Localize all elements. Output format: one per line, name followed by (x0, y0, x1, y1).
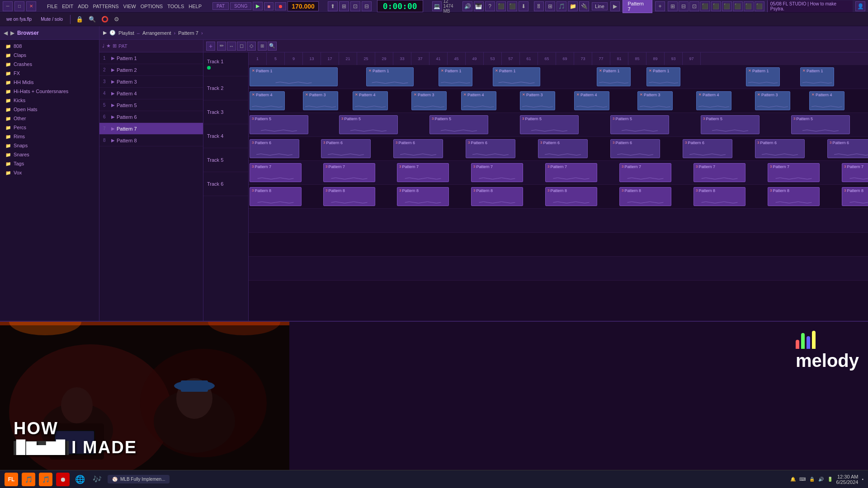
browser-item-808[interactable]: 📁808 (0, 42, 99, 51)
pattern-block-2-4[interactable]: ✕Pattern 3 (411, 91, 447, 110)
settings-icon-2[interactable]: ⬛ (507, 1, 517, 11)
pattern-block-2-9[interactable]: ✕Pattern 4 (696, 91, 731, 110)
gear-button[interactable]: ⚙ (112, 15, 121, 23)
pattern-block-6-7[interactable]: 3Pattern 8 (693, 187, 745, 206)
pattern-block-2-5[interactable]: ✕Pattern 4 (461, 91, 496, 110)
pattern-block-6-1[interactable]: 3Pattern 8 (250, 187, 302, 206)
pattern-block-4-3[interactable]: 3Pattern 6 (393, 139, 443, 158)
cpu-icon[interactable]: 💻 (432, 1, 442, 11)
pattern-block-4-2[interactable]: 3Pattern 6 (321, 139, 371, 158)
pattern-block-2-2[interactable]: ✕Pattern 3 (303, 91, 338, 110)
add-pattern-button[interactable]: + (655, 1, 665, 11)
lock-icon[interactable]: 🔒 (74, 15, 85, 23)
erase-tool[interactable]: ◻ (237, 42, 246, 51)
pattern-block-2-11[interactable]: ✕Pattern 4 (809, 91, 844, 110)
pattern-block-6-5[interactable]: 3Pattern 8 (545, 187, 597, 206)
browser-item-snares[interactable]: 📁Snares (0, 150, 99, 159)
pattern-block-3-3[interactable]: 3Pattern 5 (429, 115, 488, 134)
browser-item-fx[interactable]: 📁FX (0, 69, 99, 78)
taskbar-chrome-icon[interactable]: 🌐 (73, 473, 87, 486)
timeline-area[interactable]: 1591317212529333741454953576165697377818… (249, 52, 868, 321)
minimize-button[interactable]: ─ (3, 1, 13, 11)
pattern-block-2-8[interactable]: ✕Pattern 3 (637, 91, 673, 110)
stop-button[interactable]: ■ (264, 2, 274, 10)
mixer-icon[interactable]: 🎚 (534, 1, 544, 11)
play-button[interactable]: ▶ (253, 2, 263, 10)
browser-nav-forward[interactable]: ▶ (10, 30, 14, 36)
pattern-block-6-6[interactable]: 3Pattern 8 (619, 187, 671, 206)
pattern-item-5[interactable]: 5▶Pattern 5 (99, 99, 203, 111)
channel-rack-icon[interactable]: ⊞ (545, 1, 555, 11)
midi-icon[interactable]: 🎹 (474, 1, 484, 11)
line-arrow[interactable]: ▶ (610, 1, 620, 11)
pattern-block-2-1[interactable]: ✕Pattern 4 (250, 91, 285, 110)
move-tool[interactable]: ↔ (227, 42, 236, 51)
taskbar-network-icon[interactable]: 🔒 (809, 477, 815, 482)
user-icon[interactable]: 👤 (855, 1, 865, 11)
pattern-selector[interactable]: Pattern 7 (623, 0, 652, 13)
close-button[interactable]: ✕ (26, 1, 36, 11)
circle-button[interactable]: ⭕ (99, 15, 110, 23)
pattern-item-2[interactable]: 2▶Pattern 2 (99, 64, 203, 76)
pattern-block-3-6[interactable]: 3Pattern 5 (701, 115, 760, 134)
options-menu[interactable]: OPTIONS (139, 3, 165, 10)
timeline-row-3[interactable]: 3Pattern 53Pattern 53Pattern 53Pattern 5… (249, 113, 868, 137)
pattern-block-1-5[interactable]: ✕Pattern 1 (597, 67, 631, 86)
clock-icon[interactable]: 🕐 (109, 30, 116, 36)
bpm-display[interactable]: 170.000 (288, 1, 319, 11)
tool-icon-1[interactable]: ⬆ (328, 1, 338, 11)
browser-item-rims[interactable]: 📁Rims (0, 132, 99, 141)
settings-icon-3[interactable]: ⬇ (519, 1, 528, 11)
pattern-block-4-9[interactable]: 3Pattern 6 (827, 139, 868, 158)
pattern-block-6-8[interactable]: 3Pattern 8 (768, 187, 820, 206)
pattern-tool-1[interactable]: ⊞ (668, 1, 678, 11)
pattern-block-3-4[interactable]: 3Pattern 5 (520, 115, 579, 134)
pattern-block-4-1[interactable]: 3Pattern 6 (250, 139, 299, 158)
timeline-empty-row-3[interactable] (249, 257, 868, 281)
pattern-tool-2[interactable]: ⊟ (679, 1, 689, 11)
pattern-block-2-7[interactable]: ✕Pattern 4 (574, 91, 609, 110)
taskbar-notification-icon[interactable]: 🔔 (790, 477, 796, 482)
tool-icon-2[interactable]: ⊞ (339, 1, 349, 11)
browser-item-claps[interactable]: 📁Claps (0, 51, 99, 60)
maximize-button[interactable]: □ (14, 1, 24, 11)
pattern-item-7[interactable]: 7▶Pattern 7 (99, 123, 203, 135)
playlist-expand-icon[interactable]: ▶ (103, 30, 107, 36)
pattern-block-5-3[interactable]: 3Pattern 7 (397, 163, 449, 182)
add-menu[interactable]: ADD (76, 3, 90, 10)
pattern-item-6[interactable]: 6▶Pattern 6 (99, 111, 203, 123)
pattern-item-4[interactable]: 4▶Pattern 4 (99, 88, 203, 99)
song-label[interactable]: SONG (230, 2, 251, 10)
note-icon[interactable]: ♩ (102, 43, 104, 49)
draw-tool[interactable]: ✏ (217, 42, 226, 51)
file-menu[interactable]: FILE (45, 3, 59, 10)
taskbar-keyboard-icon[interactable]: ⌨ (799, 477, 806, 482)
view-menu[interactable]: VIEW (122, 3, 138, 10)
zoom-in[interactable]: 🔍 (268, 42, 277, 51)
pattern-tool-9[interactable]: ⬛ (755, 1, 764, 11)
pattern-block-4-4[interactable]: 3Pattern 6 (466, 139, 515, 158)
pattern-block-1-6[interactable]: ✕Pattern 1 (646, 67, 680, 86)
taskbar-mlb-app[interactable]: ⚾ MLB Fully Implemen... (108, 475, 170, 483)
audio-icon[interactable]: 🔊 (462, 1, 472, 11)
pattern-list-icon[interactable]: ⊞ (113, 43, 117, 49)
pattern-tool-6[interactable]: ⬛ (722, 1, 732, 11)
pattern-block-1-4[interactable]: ✕Pattern 1 (493, 67, 540, 86)
pattern-block-6-4[interactable]: 3Pattern 8 (471, 187, 523, 206)
pattern-block-1-7[interactable]: ✕Pattern 1 (746, 67, 780, 86)
pattern-block-5-5[interactable]: 3Pattern 7 (545, 163, 597, 182)
tool-icon-4[interactable]: ⊟ (362, 1, 372, 11)
pattern-item-1[interactable]: 1▶Pattern 1 (99, 52, 203, 64)
pattern-block-6-3[interactable]: 3Pattern 8 (397, 187, 449, 206)
plugin-icon[interactable]: 🔌 (579, 1, 589, 11)
browser-item-vox[interactable]: 📁Vox (0, 168, 99, 177)
pattern-block-1-1[interactable]: ✕Pattern 1 (250, 67, 338, 86)
pattern-block-5-6[interactable]: 3Pattern 7 (619, 163, 671, 182)
pattern-block-4-8[interactable]: 3Pattern 6 (755, 139, 805, 158)
taskbar-icon-1[interactable]: 🎵 (22, 473, 35, 486)
pattern-tool-3[interactable]: ⊡ (689, 1, 699, 11)
pattern-block-1-8[interactable]: ✕Pattern 1 (800, 67, 834, 86)
char-icon[interactable]: ★ (106, 43, 111, 49)
help-icon[interactable]: ? (485, 1, 495, 11)
pattern-tool-7[interactable]: ⬛ (733, 1, 743, 11)
